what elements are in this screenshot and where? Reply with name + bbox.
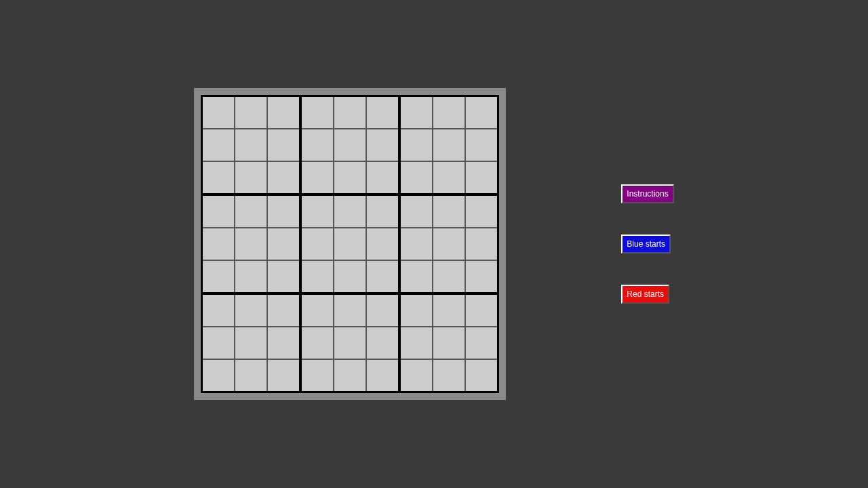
big-cell <box>203 196 299 292</box>
small-cell[interactable] <box>367 162 398 193</box>
small-cell[interactable] <box>433 228 465 260</box>
small-cell[interactable] <box>401 228 432 260</box>
small-cell[interactable] <box>334 162 366 193</box>
small-cell[interactable] <box>466 162 497 193</box>
small-cell[interactable] <box>401 196 432 227</box>
small-cell[interactable] <box>334 360 366 391</box>
small-cell[interactable] <box>302 327 333 359</box>
small-cell[interactable] <box>268 97 299 128</box>
small-cell[interactable] <box>367 261 398 292</box>
small-cell[interactable] <box>367 360 398 391</box>
small-cell[interactable] <box>268 295 299 326</box>
small-cell[interactable] <box>334 129 366 161</box>
small-cell[interactable] <box>466 360 497 391</box>
small-cell[interactable] <box>203 129 234 161</box>
small-cell[interactable] <box>235 196 267 227</box>
small-cell[interactable] <box>466 97 497 128</box>
big-cell <box>203 295 299 391</box>
small-cell[interactable] <box>433 196 465 227</box>
big-cell <box>401 97 497 193</box>
small-cell[interactable] <box>433 295 465 326</box>
big-cell <box>302 97 398 193</box>
small-cell[interactable] <box>367 129 398 161</box>
small-cell[interactable] <box>334 295 366 326</box>
small-cell[interactable] <box>302 97 333 128</box>
small-cell[interactable] <box>401 162 432 193</box>
small-cell[interactable] <box>433 162 465 193</box>
small-cell[interactable] <box>235 295 267 326</box>
small-cell[interactable] <box>401 327 432 359</box>
small-cell[interactable] <box>235 97 267 128</box>
small-cell[interactable] <box>466 261 497 292</box>
small-cell[interactable] <box>401 261 432 292</box>
small-cell[interactable] <box>302 162 333 193</box>
small-cell[interactable] <box>466 295 497 326</box>
small-cell[interactable] <box>401 360 432 391</box>
small-cell[interactable] <box>302 261 333 292</box>
small-cell[interactable] <box>433 129 465 161</box>
small-cell[interactable] <box>401 97 432 128</box>
game-board <box>201 95 499 393</box>
small-cell[interactable] <box>433 97 465 128</box>
small-cell[interactable] <box>302 360 333 391</box>
board-wrapper <box>194 88 506 400</box>
small-cell[interactable] <box>235 228 267 260</box>
small-cell[interactable] <box>367 295 398 326</box>
small-cell[interactable] <box>268 261 299 292</box>
controls-panel: Instructions Blue starts Red starts <box>621 184 673 304</box>
small-cell[interactable] <box>203 196 234 227</box>
small-cell[interactable] <box>334 97 366 128</box>
small-cell[interactable] <box>268 129 299 161</box>
small-cell[interactable] <box>203 295 234 326</box>
small-cell[interactable] <box>367 97 398 128</box>
instructions-button[interactable]: Instructions <box>621 184 673 203</box>
big-cell <box>401 295 497 391</box>
small-cell[interactable] <box>203 261 234 292</box>
small-cell[interactable] <box>235 162 267 193</box>
big-cell <box>203 97 299 193</box>
small-cell[interactable] <box>203 228 234 260</box>
small-cell[interactable] <box>334 327 366 359</box>
small-cell[interactable] <box>268 228 299 260</box>
small-cell[interactable] <box>433 327 465 359</box>
small-cell[interactable] <box>268 360 299 391</box>
small-cell[interactable] <box>203 327 234 359</box>
small-cell[interactable] <box>235 360 267 391</box>
big-cell <box>302 196 398 292</box>
game-container: Instructions Blue starts Red starts <box>194 88 673 400</box>
small-cell[interactable] <box>203 97 234 128</box>
small-cell[interactable] <box>235 129 267 161</box>
small-cell[interactable] <box>302 196 333 227</box>
small-cell[interactable] <box>466 129 497 161</box>
small-cell[interactable] <box>268 196 299 227</box>
small-cell[interactable] <box>235 261 267 292</box>
small-cell[interactable] <box>334 261 366 292</box>
small-cell[interactable] <box>433 261 465 292</box>
small-cell[interactable] <box>302 228 333 260</box>
small-cell[interactable] <box>203 162 234 193</box>
blue-starts-button[interactable]: Blue starts <box>621 235 671 253</box>
small-cell[interactable] <box>466 228 497 260</box>
small-cell[interactable] <box>302 129 333 161</box>
small-cell[interactable] <box>367 196 398 227</box>
small-cell[interactable] <box>367 327 398 359</box>
small-cell[interactable] <box>334 228 366 260</box>
small-cell[interactable] <box>334 196 366 227</box>
small-cell[interactable] <box>433 360 465 391</box>
small-cell[interactable] <box>401 295 432 326</box>
small-cell[interactable] <box>466 327 497 359</box>
small-cell[interactable] <box>367 228 398 260</box>
big-cell <box>401 196 497 292</box>
small-cell[interactable] <box>466 196 497 227</box>
small-cell[interactable] <box>401 129 432 161</box>
small-cell[interactable] <box>268 162 299 193</box>
big-cell <box>302 295 398 391</box>
small-cell[interactable] <box>235 327 267 359</box>
small-cell[interactable] <box>203 360 234 391</box>
small-cell[interactable] <box>302 295 333 326</box>
small-cell[interactable] <box>268 327 299 359</box>
red-starts-button[interactable]: Red starts <box>621 285 669 304</box>
